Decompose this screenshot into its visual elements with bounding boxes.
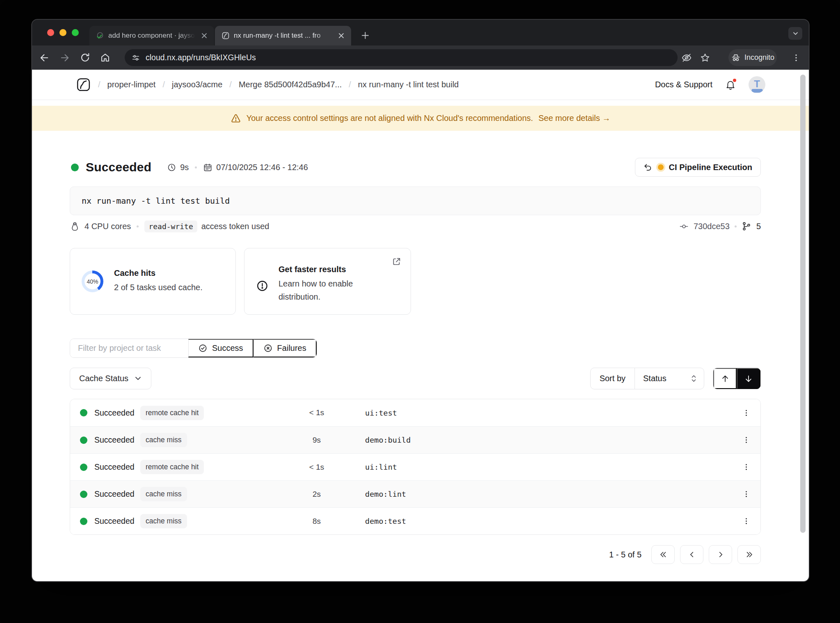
pipeline-status-dot bbox=[658, 164, 664, 170]
pr-check-icon bbox=[96, 32, 104, 40]
breadcrumb-workspace[interactable]: proper-limpet bbox=[107, 80, 156, 89]
cache-badge: cache miss bbox=[140, 433, 187, 447]
close-tab-icon[interactable] bbox=[199, 31, 209, 41]
first-page-button[interactable] bbox=[651, 545, 675, 564]
row-success-dot bbox=[80, 409, 87, 416]
nx-cloud-page: / proper-limpet / jaysoo3/acme / Merge 8… bbox=[32, 70, 809, 581]
cache-badge: cache miss bbox=[140, 514, 187, 528]
pagination-label: 1 - 5 of 5 bbox=[609, 550, 641, 559]
app-header: / proper-limpet / jaysoo3/acme / Merge 8… bbox=[32, 70, 809, 100]
site-settings-icon[interactable] bbox=[131, 53, 140, 62]
task-name: demo:test bbox=[365, 517, 406, 525]
list-controls: Cache Status Sort by Status bbox=[70, 368, 761, 389]
back-button[interactable] bbox=[39, 52, 50, 64]
distribution-card-title: Get faster results bbox=[278, 265, 365, 274]
distribution-card-subtitle: Learn how to enable distribution. bbox=[278, 277, 365, 304]
zoom-window-button[interactable] bbox=[72, 29, 79, 36]
run-meta-row: 4 CPU cores read-write access token used… bbox=[70, 219, 761, 233]
breadcrumb: / proper-limpet / jaysoo3/acme / Merge 8… bbox=[76, 77, 459, 92]
check-circle-icon bbox=[198, 343, 208, 353]
breadcrumb-separator: / bbox=[98, 80, 100, 89]
branch-count[interactable]: 5 bbox=[756, 222, 761, 231]
tab-title: nx run-many -t lint test ... fro bbox=[234, 32, 332, 40]
breadcrumb-repo[interactable]: jaysoo3/acme bbox=[172, 80, 222, 89]
eye-off-icon[interactable] bbox=[681, 52, 692, 63]
row-success-dot bbox=[80, 464, 87, 471]
sort-by-group: Sort by Status bbox=[590, 368, 704, 389]
sort-updown-icon bbox=[690, 374, 697, 383]
browser-toolbar: cloud.nx.app/runs/BkIXGHleUs In bbox=[32, 45, 809, 70]
info-icon bbox=[256, 280, 269, 292]
breadcrumb-separator: / bbox=[162, 80, 165, 89]
run-command-box: nx run-many -t lint test build bbox=[70, 186, 761, 215]
task-duration: 2s bbox=[298, 490, 335, 499]
sort-descending-button[interactable] bbox=[737, 368, 760, 389]
filter-input[interactable] bbox=[70, 339, 188, 357]
docs-support-link[interactable]: Docs & Support bbox=[655, 80, 712, 89]
close-window-button[interactable] bbox=[47, 29, 54, 36]
row-menu-button[interactable] bbox=[738, 432, 754, 448]
ci-pipeline-execution-button[interactable]: CI Pipeline Execution bbox=[635, 158, 761, 177]
row-menu-button[interactable] bbox=[738, 513, 754, 530]
filter-failures-button[interactable]: Failures bbox=[253, 339, 317, 357]
x-circle-icon bbox=[263, 343, 273, 353]
nx-logo-icon[interactable] bbox=[76, 77, 91, 92]
calendar-icon bbox=[203, 163, 212, 172]
tab-bar: add hero component · jaysoo nx run-many … bbox=[32, 20, 809, 45]
avatar[interactable]: T bbox=[749, 76, 765, 93]
previous-page-button[interactable] bbox=[680, 545, 703, 564]
forward-button[interactable] bbox=[59, 52, 71, 64]
window-controls bbox=[47, 29, 79, 36]
incognito-icon bbox=[731, 53, 741, 63]
home-button[interactable] bbox=[100, 52, 111, 64]
browser-menu-icon[interactable] bbox=[792, 53, 801, 62]
table-row[interactable]: Succeeded cache miss 8s demo:test bbox=[70, 507, 760, 534]
clock-icon bbox=[167, 163, 176, 172]
close-tab-icon[interactable] bbox=[336, 31, 346, 41]
distribution-card[interactable]: Get faster results Learn how to enable d… bbox=[244, 248, 411, 315]
breadcrumb-run[interactable]: nx run-many -t lint test build bbox=[358, 80, 459, 89]
nx-favicon-icon bbox=[221, 32, 230, 40]
sort-field-select[interactable]: Status bbox=[635, 368, 704, 389]
external-link-icon[interactable] bbox=[392, 257, 402, 266]
bookmark-star-icon[interactable] bbox=[700, 52, 710, 63]
row-menu-button[interactable] bbox=[738, 405, 754, 421]
new-tab-button[interactable] bbox=[358, 28, 372, 43]
row-menu-button[interactable] bbox=[738, 486, 754, 502]
access-token-type: read-write bbox=[144, 221, 197, 232]
tab-nx-cloud[interactable]: nx run-many -t lint test ... fro bbox=[215, 26, 351, 45]
sort-ascending-button[interactable] bbox=[713, 368, 737, 389]
url-text: cloud.nx.app/runs/BkIXGHleUs bbox=[146, 53, 256, 62]
table-row[interactable]: Succeeded cache miss 9s demo:build bbox=[70, 426, 760, 453]
breadcrumb-commit[interactable]: Merge 85d500f42d5a9b47... bbox=[239, 80, 342, 89]
tab-github-pr[interactable]: add hero component · jaysoo bbox=[89, 26, 214, 45]
address-bar[interactable]: cloud.nx.app/runs/BkIXGHleUs bbox=[125, 49, 678, 66]
next-page-button[interactable] bbox=[709, 545, 732, 564]
run-date-range: 07/10/2025 12:46 - 12:46 bbox=[216, 163, 308, 172]
table-row[interactable]: Succeeded remote cache hit < 1s ui:test bbox=[70, 399, 760, 426]
reload-button[interactable] bbox=[80, 52, 91, 64]
undo-icon bbox=[644, 163, 653, 172]
commit-sha[interactable]: 730dce53 bbox=[694, 222, 730, 231]
last-page-button[interactable] bbox=[737, 545, 761, 564]
tab-search-chevron-button[interactable] bbox=[788, 27, 802, 40]
incognito-label: Incognito bbox=[744, 53, 774, 62]
filter-success-button[interactable]: Success bbox=[188, 339, 253, 357]
task-name: demo:build bbox=[365, 436, 411, 444]
banner-details-link[interactable]: See more details → bbox=[539, 114, 611, 123]
cache-status-dropdown[interactable]: Cache Status bbox=[70, 368, 151, 389]
notification-dot bbox=[732, 78, 737, 83]
browser-window: add hero component · jaysoo nx run-many … bbox=[32, 20, 809, 581]
notifications-bell-icon[interactable] bbox=[725, 79, 736, 91]
minimize-window-button[interactable] bbox=[59, 29, 66, 36]
table-row[interactable]: Succeeded cache miss 2s demo:lint bbox=[70, 480, 760, 507]
row-menu-button[interactable] bbox=[738, 459, 754, 475]
cache-card-subtitle: 2 of 5 tasks used cache. bbox=[114, 281, 203, 294]
run-command: nx run-many -t lint test build bbox=[82, 196, 230, 206]
page-scrollbar[interactable] bbox=[800, 75, 806, 533]
cache-donut: 40% bbox=[82, 271, 103, 292]
task-name: ui:lint bbox=[365, 463, 397, 471]
linux-icon bbox=[70, 221, 80, 232]
table-row[interactable]: Succeeded remote cache hit < 1s ui:lint bbox=[70, 453, 760, 480]
cache-badge: remote cache hit bbox=[140, 406, 204, 420]
